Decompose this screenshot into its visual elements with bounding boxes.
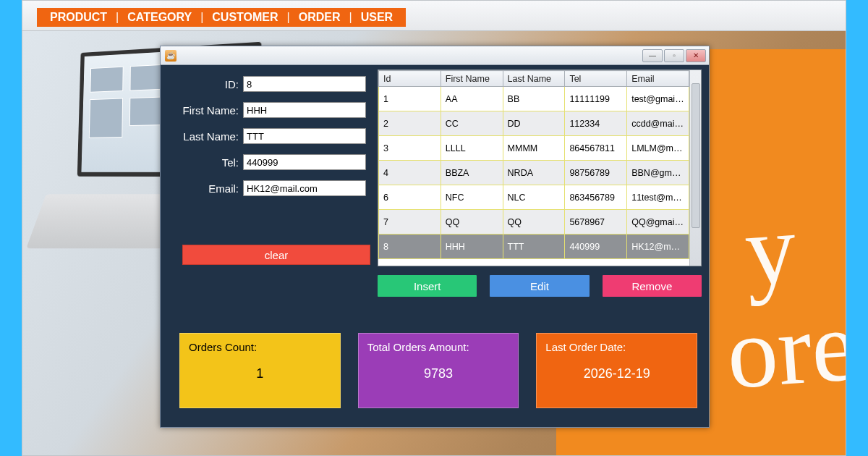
table-header[interactable]: Tel (565, 71, 627, 87)
clear-button[interactable]: clear (182, 245, 370, 265)
table-cell[interactable]: BBZA (441, 161, 503, 185)
card-orders-count-title: Orders Count: (189, 341, 331, 353)
table-cell[interactable]: 3 (379, 136, 441, 161)
table-cell[interactable]: HHH (441, 235, 503, 259)
input-last-name[interactable] (243, 128, 366, 144)
edit-button[interactable]: Edit (490, 275, 589, 297)
table-header[interactable]: Last Name (503, 71, 565, 87)
maximize-button[interactable]: ▫ (664, 49, 684, 62)
form-panel: ID: First Name: Last Name: Tel: Email: (161, 65, 378, 290)
customers-table[interactable]: IdFirst NameLast NameTelEmail 1AABB11111… (378, 70, 689, 259)
label-id: ID: (161, 78, 243, 90)
table-cell[interactable]: MMMM (503, 136, 565, 161)
table-row[interactable]: 1AABB11111199test@gmail.com (379, 87, 689, 111)
table-cell[interactable]: AA (441, 87, 503, 111)
nav-category[interactable]: CATEGORY (123, 11, 196, 24)
table-scrollbar[interactable] (689, 70, 701, 266)
insert-button[interactable]: Insert (378, 275, 477, 297)
remove-button[interactable]: Remove (603, 275, 702, 297)
table-row[interactable]: 6NFCNLC86345678911test@mail.c... (379, 185, 689, 210)
table-cell[interactable]: 863456789 (565, 185, 627, 210)
table-cell[interactable]: NRDA (503, 161, 565, 185)
table-cell[interactable]: 2 (379, 111, 441, 136)
table-header[interactable]: Email (627, 71, 689, 87)
table-cell[interactable]: 440999 (565, 235, 627, 259)
input-id[interactable] (243, 76, 366, 92)
table-row[interactable]: 3LLLLMMMM864567811LMLM@mail.co... (379, 136, 689, 161)
close-button[interactable]: ✕ (686, 49, 706, 62)
action-buttons: Insert Edit Remove (378, 275, 702, 297)
input-first-name[interactable] (243, 102, 366, 118)
bg-script-text: y ore (717, 193, 846, 405)
table-cell[interactable]: NLC (503, 185, 565, 210)
table-cell[interactable]: NFC (441, 185, 503, 210)
card-last-order-date: Last Order Date: 2026-12-19 (536, 333, 697, 408)
table-header[interactable]: First Name (441, 71, 503, 87)
table-row[interactable]: 4BBZANRDA98756789BBN@gmail.vom (379, 161, 689, 185)
card-last-order-date-value: 2026-12-19 (545, 366, 688, 381)
customers-table-container: IdFirst NameLast NameTelEmail 1AABB11111… (378, 69, 702, 266)
nav-order[interactable]: ORDER (294, 11, 345, 24)
nav-customer[interactable]: CUSTOMER (208, 11, 282, 24)
table-cell[interactable]: 11111199 (565, 87, 627, 111)
table-cell[interactable]: 8 (379, 235, 441, 259)
table-cell[interactable]: TTT (503, 235, 565, 259)
input-email[interactable] (243, 180, 366, 196)
table-cell[interactable]: 7 (379, 210, 441, 235)
table-cell[interactable]: 5678967 (565, 210, 627, 235)
table-row[interactable]: 2CCDD112334ccdd@mail.com (379, 111, 689, 136)
card-last-order-date-title: Last Order Date: (545, 341, 688, 353)
card-orders-count: Orders Count: 1 (179, 333, 341, 408)
table-cell[interactable]: 98756789 (565, 161, 627, 185)
table-cell[interactable]: QQ@gmail.com (627, 210, 689, 235)
table-cell[interactable]: CC (441, 111, 503, 136)
table-cell[interactable]: BBN@gmail.vom (627, 161, 689, 185)
label-last-name: Last Name: (161, 130, 243, 143)
label-tel: Tel: (161, 156, 243, 169)
table-header[interactable]: Id (379, 71, 441, 87)
label-first-name: First Name: (161, 104, 243, 117)
table-cell[interactable]: QQ (441, 210, 503, 235)
card-orders-count-value: 1 (189, 366, 331, 381)
table-cell[interactable]: LMLM@mail.co... (627, 136, 689, 161)
nav-user[interactable]: USER (357, 11, 397, 24)
card-total-amount-title: Total Orders Amount: (367, 341, 510, 353)
label-email: Email: (161, 182, 243, 195)
top-bar: PRODUCT| CATEGORY| CUSTOMER| ORDER| USER (22, 1, 846, 31)
table-cell[interactable]: 4 (379, 161, 441, 185)
main-nav: PRODUCT| CATEGORY| CUSTOMER| ORDER| USER (37, 8, 406, 27)
main-window: PRODUCT| CATEGORY| CUSTOMER| ORDER| USER… (22, 0, 846, 456)
customer-form-window: ☕ — ▫ ✕ ID: First Name: Last Name: (160, 46, 710, 428)
table-cell[interactable]: 1 (379, 87, 441, 111)
table-cell[interactable]: 6 (379, 185, 441, 210)
table-cell[interactable]: test@gmail.com (627, 87, 689, 111)
table-cell[interactable]: DD (503, 111, 565, 136)
summary-cards: Orders Count: 1 Total Orders Amount: 978… (179, 333, 697, 408)
java-app-icon: ☕ (165, 50, 176, 62)
table-cell[interactable]: 11test@mail.c... (627, 185, 689, 210)
input-tel[interactable] (243, 154, 366, 170)
table-row[interactable]: 8HHHTTT440999HK12@mail.com (379, 235, 689, 259)
table-cell[interactable]: LLLL (441, 136, 503, 161)
table-cell[interactable]: 864567811 (565, 136, 627, 161)
table-row[interactable]: 7QQQQ5678967QQ@gmail.com (379, 210, 689, 235)
minimize-button[interactable]: — (642, 49, 663, 62)
table-cell[interactable]: 112334 (565, 111, 627, 136)
window-titlebar[interactable]: ☕ — ▫ ✕ (161, 46, 709, 65)
scrollbar-thumb[interactable] (692, 83, 700, 228)
table-cell[interactable]: QQ (503, 210, 565, 235)
table-cell[interactable]: HK12@mail.com (627, 235, 689, 259)
nav-product[interactable]: PRODUCT (46, 11, 111, 24)
table-cell[interactable]: ccdd@mail.com (627, 111, 689, 136)
table-cell[interactable]: BB (503, 87, 565, 111)
card-total-amount: Total Orders Amount: 9783 (358, 333, 519, 408)
card-total-amount-value: 9783 (367, 366, 510, 381)
